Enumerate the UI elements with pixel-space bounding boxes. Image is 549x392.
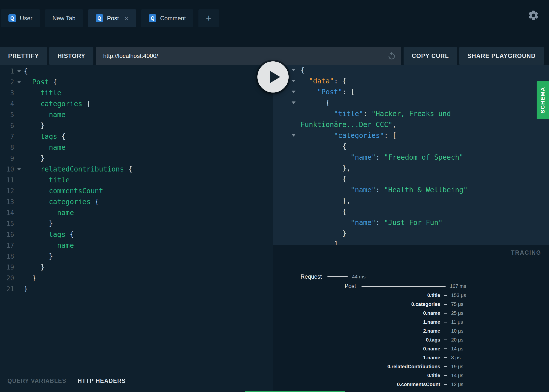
line-number: 12 [0, 186, 14, 196]
editor-bottom-bar: QUERY VARIABLES HTTP HEADERS [0, 370, 273, 392]
code-line[interactable]: 12 commentsCount [0, 186, 273, 196]
code-line[interactable]: 4 categories { [0, 98, 273, 109]
tab-label: Comment [160, 15, 186, 22]
line-number: 16 [0, 229, 14, 240]
collapse-caret-icon[interactable] [292, 134, 296, 137]
query-editor[interactable]: 1{2 Post {3 title4 categories {5 name6 }… [0, 65, 273, 370]
response-line: } [273, 228, 549, 239]
response-line: "name": "Freedom of Speech" [273, 152, 549, 163]
code-line[interactable]: 5 name [0, 109, 273, 120]
bottom-partial-element [245, 391, 345, 392]
line-number: 15 [0, 218, 14, 229]
trace-label: 1.name [273, 355, 440, 361]
trace-duration: 19 μs [451, 364, 463, 369]
line-number: 19 [0, 262, 14, 273]
code-line[interactable]: 9 } [0, 153, 273, 164]
copy-curl-button[interactable]: COPY CURL [404, 47, 457, 65]
http-headers-tab[interactable]: HTTP HEADERS [78, 378, 126, 384]
code-line[interactable]: 19 } [0, 262, 273, 273]
play-icon [257, 61, 289, 93]
trace-row: 1.name8 μs [273, 353, 549, 362]
code-line[interactable]: 17 name [0, 240, 273, 251]
line-number: 13 [0, 196, 14, 207]
tabs: QUserNew TabQPost×QComment [1, 9, 193, 27]
code-line[interactable]: 13 categories { [0, 196, 273, 207]
trace-row: 0.tags20 μs [273, 335, 549, 344]
response-line: "name": "Just For Fun" [273, 217, 549, 228]
add-tab-button[interactable]: + [198, 9, 219, 27]
trace-label: 0.relatedContributions [273, 364, 440, 369]
trace-row: 0.name14 μs [273, 344, 549, 353]
code-line[interactable]: 20 } [0, 273, 273, 284]
trace-label: 0.title [273, 373, 440, 378]
fold-caret-icon[interactable] [14, 70, 24, 73]
code-line[interactable]: 8 name [0, 142, 273, 153]
code-line[interactable]: 14 name [0, 207, 273, 218]
code-line[interactable]: 15 } [0, 218, 273, 229]
trace-duration: 167 ms [450, 283, 466, 289]
line-number: 21 [0, 284, 14, 294]
tab-post[interactable]: QPost× [88, 9, 136, 27]
prettify-button[interactable]: PRETTIFY [0, 47, 47, 65]
history-button[interactable]: HISTORY [49, 47, 93, 65]
query-tab-icon: Q [96, 14, 103, 22]
collapse-caret-icon[interactable] [292, 80, 296, 82]
code-line[interactable]: 11 title [0, 175, 273, 186]
tab-comment[interactable]: QComment [141, 9, 193, 27]
code-line[interactable]: 21} [0, 284, 273, 294]
code-line[interactable]: 6 } [0, 120, 273, 131]
response-line: { [273, 174, 549, 185]
execute-query-button[interactable] [257, 61, 289, 93]
response-line: { [273, 98, 549, 108]
settings-gear-icon[interactable] [527, 9, 539, 21]
graphql-playground-window: QUserNew TabQPost×QComment + PRETTIFY HI… [0, 0, 549, 392]
trace-dash-icon [444, 340, 447, 340]
fold-caret-icon[interactable] [14, 81, 24, 83]
line-number: 10 [0, 164, 14, 175]
trace-dash-icon [444, 331, 447, 331]
code-line[interactable]: 16 tags { [0, 229, 273, 240]
schema-tab[interactable]: SCHEMA [537, 81, 549, 119]
response-line: "data": { [273, 76, 549, 87]
code-line[interactable]: 18 } [0, 251, 273, 262]
query-variables-tab[interactable]: QUERY VARIABLES [7, 378, 66, 384]
trace-duration: 75 μs [451, 301, 463, 307]
collapse-caret-icon[interactable] [292, 91, 296, 93]
close-tab-icon[interactable]: × [124, 15, 129, 22]
query-tab-icon: Q [149, 14, 156, 22]
trace-label: 0.name [273, 346, 440, 352]
code-line[interactable]: 2 Post { [0, 77, 273, 88]
line-number: 20 [0, 273, 14, 284]
response-line: "name": "Health & Wellbeing" [273, 185, 549, 196]
line-number: 14 [0, 207, 14, 218]
tab-label: Post [107, 15, 119, 22]
trace-row: 0.categories75 μs [273, 300, 549, 309]
trace-row: 0.title14 μs [273, 371, 549, 380]
gear-icon [527, 9, 539, 21]
line-number: 8 [0, 142, 14, 153]
trace-row: Post167 ms [273, 281, 549, 291]
tab-new-tab[interactable]: New Tab [45, 9, 83, 27]
trace-waterfall: Request44 msPost167 ms0.title153 μs0.cat… [273, 272, 549, 389]
tab-label: User [20, 15, 32, 22]
trace-duration: 14 μs [451, 346, 463, 352]
code-line[interactable]: 7 tags { [0, 131, 273, 142]
share-playground-button[interactable]: SHARE PLAYGROUND [459, 47, 544, 65]
url-input[interactable] [103, 52, 384, 59]
response-viewer[interactable]: { "data": { "Post": [ { "title": "Hacker… [273, 65, 549, 245]
line-number: 11 [0, 175, 14, 186]
trace-dash-icon [444, 304, 447, 305]
reset-endpoint-icon[interactable] [387, 51, 396, 61]
line-number: 17 [0, 240, 14, 251]
collapse-caret-icon[interactable] [292, 69, 296, 71]
line-number: 18 [0, 251, 14, 262]
code-line[interactable]: 1{ [0, 66, 273, 77]
trace-row: 2.name10 μs [273, 326, 549, 335]
code-line[interactable]: 3 title [0, 88, 273, 98]
code-line[interactable]: 10 relatedContributions { [0, 164, 273, 175]
collapse-caret-icon[interactable] [292, 101, 296, 104]
fold-caret-icon[interactable] [14, 168, 24, 171]
response-line: "title": "Hacker, Freaks und [273, 108, 549, 119]
trace-label: 0.name [273, 310, 440, 316]
tab-user[interactable]: QUser [1, 9, 40, 27]
